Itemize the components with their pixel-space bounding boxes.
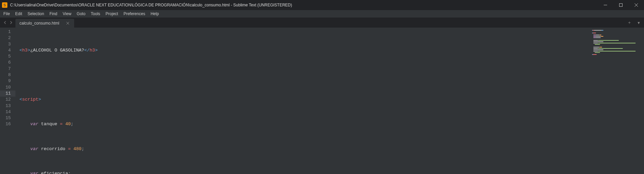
- menu-selection[interactable]: Selection: [25, 10, 47, 18]
- tab-close-button[interactable]: [65, 21, 70, 26]
- minimize-icon: [604, 3, 607, 7]
- line-number: 2: [0, 35, 15, 41]
- tab-dropdown-button[interactable]: ▾: [635, 20, 642, 25]
- close-button[interactable]: [629, 0, 644, 10]
- minimap-icon: [592, 29, 639, 63]
- line-number: 7: [0, 66, 15, 72]
- menu-tools[interactable]: Tools: [88, 10, 103, 18]
- arrow-left-icon: [3, 21, 7, 24]
- window-title: C:\Users\alina\OneDrive\Documentos\ORACL…: [10, 3, 292, 7]
- code-line: <script>: [15, 97, 644, 103]
- menu-file[interactable]: File: [0, 10, 12, 18]
- svg-rect-1: [620, 4, 623, 7]
- tab-label: calculo_consumo.html: [19, 21, 59, 26]
- menu-help[interactable]: Help: [148, 10, 162, 18]
- line-number: 11: [0, 91, 15, 97]
- arrow-right-icon: [9, 21, 13, 24]
- minimap[interactable]: [592, 29, 639, 63]
- line-number: 12: [0, 97, 15, 103]
- maximize-icon: [619, 3, 623, 7]
- line-number: 4: [0, 47, 15, 54]
- vertical-scrollbar[interactable]: [639, 28, 644, 174]
- close-icon: [66, 22, 69, 25]
- menu-preferences[interactable]: Preferences: [121, 10, 148, 18]
- line-number: 5: [0, 54, 15, 60]
- titlebar: S C:\Users\alina\OneDrive\Documentos\ORA…: [0, 0, 644, 10]
- line-number: 10: [0, 84, 15, 91]
- code-area[interactable]: <h3>¿ALCOHOL O GASOLINA?</h3> <script> v…: [15, 28, 644, 174]
- code-line: <h3>¿ALCOHOL O GASOLINA?</h3>: [15, 47, 644, 54]
- line-number: 6: [0, 60, 15, 66]
- tabbar: calculo_consumo.html ＋ ▾: [0, 18, 644, 28]
- app-icon: S: [2, 2, 7, 8]
- menu-goto[interactable]: Goto: [74, 10, 88, 18]
- code-line: var recorrido = 480;: [15, 146, 644, 152]
- line-number: 1: [0, 29, 15, 35]
- menu-view[interactable]: View: [60, 10, 74, 18]
- line-number: 13: [0, 103, 15, 109]
- menu-edit[interactable]: Edit: [12, 10, 25, 18]
- line-number: 3: [0, 41, 15, 47]
- close-icon: [635, 3, 638, 7]
- maximize-button[interactable]: [613, 0, 629, 10]
- nav-forward-button[interactable]: [9, 20, 13, 25]
- line-number-gutter: 1 2 3 4 5 6 7 8 9 10 11 12 13 14 15 16: [0, 28, 15, 174]
- code-line: var eficiencia;: [15, 171, 644, 174]
- minimize-button[interactable]: [598, 0, 613, 10]
- code-line: var tanque = 40;: [15, 121, 644, 127]
- code-line: [15, 72, 644, 78]
- line-number: 9: [0, 78, 15, 84]
- line-number: 16: [0, 121, 15, 127]
- editor[interactable]: 1 2 3 4 5 6 7 8 9 10 11 12 13 14 15 16 <…: [0, 28, 644, 174]
- menubar: File Edit Selection Find View Goto Tools…: [0, 10, 644, 18]
- menu-find[interactable]: Find: [47, 10, 60, 18]
- new-tab-button[interactable]: ＋: [626, 20, 633, 26]
- line-number: 8: [0, 72, 15, 78]
- line-number: 15: [0, 115, 15, 121]
- tab-active[interactable]: calculo_consumo.html: [15, 19, 74, 28]
- menu-project[interactable]: Project: [103, 10, 121, 18]
- nav-back-button[interactable]: [3, 20, 7, 25]
- line-number: 14: [0, 109, 15, 115]
